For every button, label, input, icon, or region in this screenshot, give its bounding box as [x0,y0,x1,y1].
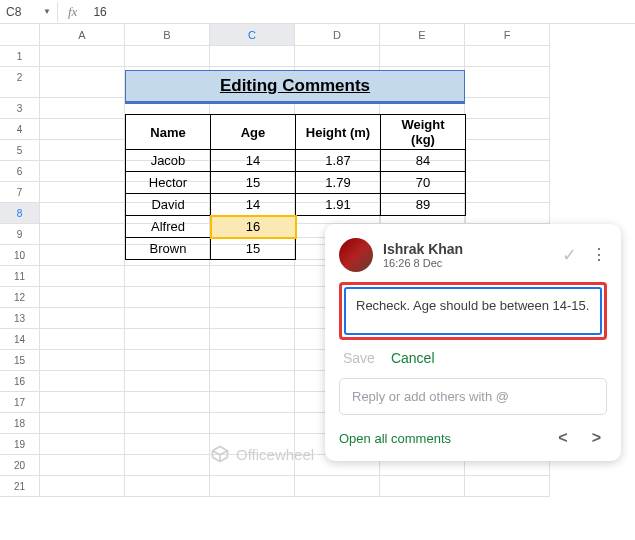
table-cell[interactable]: 70 [381,172,466,194]
cancel-button[interactable]: Cancel [391,350,435,366]
cell-B19[interactable] [125,434,210,455]
table-cell[interactable]: 1.79 [296,172,381,194]
cell-A5[interactable] [40,140,125,161]
prev-comment-icon[interactable]: < [558,429,567,447]
cell-A21[interactable] [40,476,125,497]
cell-B13[interactable] [125,308,210,329]
row-header-18[interactable]: 18 [0,413,40,434]
cell-A1[interactable] [40,46,125,67]
row-header-20[interactable]: 20 [0,455,40,476]
comment-edit-textarea[interactable]: Recheck. Age should be between 14-15. [344,287,602,335]
row-header-8[interactable]: 8 [0,203,40,224]
cell-F4[interactable] [465,119,550,140]
name-box[interactable]: C8 ▼ [0,2,58,22]
row-header-6[interactable]: 6 [0,161,40,182]
row-header-16[interactable]: 16 [0,371,40,392]
save-button[interactable]: Save [343,350,375,366]
title-cell[interactable]: Editing Comments [125,70,465,104]
col-header-F[interactable]: F [465,24,550,46]
cell-E21[interactable] [380,476,465,497]
cell-A17[interactable] [40,392,125,413]
cell-A3[interactable] [40,98,125,119]
table-cell[interactable]: 14 [211,150,296,172]
table-cell[interactable]: 16 [211,216,296,238]
table-cell[interactable]: Hector [126,172,211,194]
select-all-corner[interactable] [0,24,40,46]
col-header-A[interactable]: A [40,24,125,46]
cell-A19[interactable] [40,434,125,455]
table-cell[interactable]: 1.91 [296,194,381,216]
cell-B21[interactable] [125,476,210,497]
table-cell[interactable]: Jacob [126,150,211,172]
row-header-19[interactable]: 19 [0,434,40,455]
cell-B15[interactable] [125,350,210,371]
col-header-C[interactable]: C [210,24,295,46]
cell-B1[interactable] [125,46,210,67]
formula-input[interactable]: 16 [87,2,635,22]
open-all-comments-link[interactable]: Open all comments [339,431,451,446]
cell-C16[interactable] [210,371,295,392]
row-header-15[interactable]: 15 [0,350,40,371]
cell-C15[interactable] [210,350,295,371]
table-cell[interactable]: 15 [211,238,296,260]
cell-A12[interactable] [40,287,125,308]
row-header-5[interactable]: 5 [0,140,40,161]
table-cell[interactable]: Brown [126,238,211,260]
name-box-dropdown-icon[interactable]: ▼ [43,7,51,16]
cell-D1[interactable] [295,46,380,67]
resolve-check-icon[interactable]: ✓ [562,244,577,266]
row-header-14[interactable]: 14 [0,329,40,350]
cell-B17[interactable] [125,392,210,413]
row-header-7[interactable]: 7 [0,182,40,203]
cell-A11[interactable] [40,266,125,287]
cell-B16[interactable] [125,371,210,392]
cell-C12[interactable] [210,287,295,308]
table-cell[interactable]: 1.87 [296,150,381,172]
cell-F1[interactable] [465,46,550,67]
cell-F2[interactable] [465,67,550,98]
row-header-13[interactable]: 13 [0,308,40,329]
cell-A7[interactable] [40,182,125,203]
cell-A18[interactable] [40,413,125,434]
cell-F6[interactable] [465,161,550,182]
cell-B14[interactable] [125,329,210,350]
row-header-1[interactable]: 1 [0,46,40,67]
table-cell[interactable]: 15 [211,172,296,194]
cell-F3[interactable] [465,98,550,119]
table-cell[interactable]: 89 [381,194,466,216]
col-header-D[interactable]: D [295,24,380,46]
cell-A16[interactable] [40,371,125,392]
cell-F5[interactable] [465,140,550,161]
cell-B18[interactable] [125,413,210,434]
row-header-4[interactable]: 4 [0,119,40,140]
cell-C11[interactable] [210,266,295,287]
row-header-21[interactable]: 21 [0,476,40,497]
cell-A6[interactable] [40,161,125,182]
cell-A2[interactable] [40,67,125,98]
cell-D21[interactable] [295,476,380,497]
cell-C18[interactable] [210,413,295,434]
cell-B20[interactable] [125,455,210,476]
cell-A15[interactable] [40,350,125,371]
table-header[interactable]: Weight (kg) [381,115,466,150]
row-header-9[interactable]: 9 [0,224,40,245]
row-header-2[interactable]: 2 [0,67,40,98]
cell-C17[interactable] [210,392,295,413]
row-header-17[interactable]: 17 [0,392,40,413]
table-header[interactable]: Name [126,115,211,150]
reply-input[interactable]: Reply or add others with @ [339,378,607,415]
table-cell[interactable]: David [126,194,211,216]
table-cell[interactable]: 14 [211,194,296,216]
cell-A14[interactable] [40,329,125,350]
col-header-E[interactable]: E [380,24,465,46]
cell-E1[interactable] [380,46,465,67]
cell-B11[interactable] [125,266,210,287]
row-header-11[interactable]: 11 [0,266,40,287]
row-header-12[interactable]: 12 [0,287,40,308]
row-header-3[interactable]: 3 [0,98,40,119]
cell-A8[interactable] [40,203,125,224]
cell-F21[interactable] [465,476,550,497]
cell-C21[interactable] [210,476,295,497]
cell-C13[interactable] [210,308,295,329]
table-cell[interactable]: Alfred [126,216,211,238]
